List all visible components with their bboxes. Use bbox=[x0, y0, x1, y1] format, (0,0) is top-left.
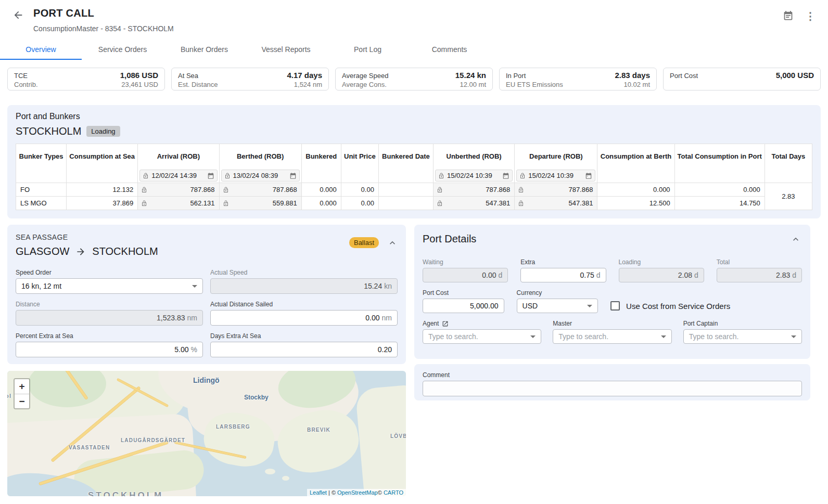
calendar-icon[interactable] bbox=[585, 172, 592, 179]
actual-distance-sailed-input[interactable]: 0.00nm bbox=[210, 310, 398, 326]
departure-rob-field[interactable]: 787.868 bbox=[515, 183, 597, 197]
map-islet bbox=[282, 476, 289, 481]
consumption-at-sea: 37.869 bbox=[67, 197, 138, 210]
lock-open-icon[interactable] bbox=[224, 173, 231, 179]
tab-bunker-orders[interactable]: Bunker Orders bbox=[163, 40, 245, 60]
lock-open-icon[interactable] bbox=[519, 173, 526, 179]
tab-vessel-reports[interactable]: Vessel Reports bbox=[245, 40, 327, 60]
unberthed-datetime: 15/02/24 10:39 bbox=[447, 172, 492, 179]
kpi-label: At Sea bbox=[178, 71, 198, 80]
extra-days-input[interactable]: 0.75d bbox=[520, 268, 606, 282]
port-details-title: Port Details bbox=[423, 233, 802, 245]
arrival-datetime-picker[interactable]: 12/02/24 14:39 bbox=[139, 170, 217, 182]
kpi-sublabel: Contrib. bbox=[14, 80, 38, 89]
lock-open-icon[interactable] bbox=[141, 187, 147, 193]
arrival-datetime: 12/02/24 14:39 bbox=[151, 172, 197, 179]
days-extra-at-sea-input[interactable]: 0.20 bbox=[210, 342, 398, 357]
lock-open-icon[interactable] bbox=[438, 173, 444, 179]
departure-rob-field[interactable]: 547.381 bbox=[515, 197, 597, 210]
unit-price[interactable]: 0.00 bbox=[341, 183, 378, 197]
kpi-subvalue: 10.02 mt bbox=[623, 80, 650, 89]
calendar-icon[interactable] bbox=[289, 172, 297, 179]
more-options-icon[interactable]: ⋮ bbox=[805, 11, 816, 21]
lock-open-icon[interactable] bbox=[223, 187, 229, 193]
port-map[interactable]: Lidingö Stockby LARSBERG BREVIK LÖVBER L… bbox=[7, 371, 406, 496]
zoom-out-button[interactable]: − bbox=[15, 394, 29, 408]
bunkered[interactable]: 0.000 bbox=[301, 197, 341, 210]
lock-open-icon[interactable] bbox=[437, 200, 443, 206]
calendar-icon[interactable] bbox=[502, 172, 509, 179]
collapse-chevron-icon[interactable] bbox=[387, 238, 398, 248]
master-search-select[interactable]: Type to search. bbox=[553, 329, 671, 344]
comment-input[interactable] bbox=[423, 381, 802, 396]
distance-input: 1,523.83nm bbox=[16, 310, 203, 326]
bunkered-date[interactable] bbox=[378, 197, 433, 210]
arrival-rob-field[interactable]: 562.131 bbox=[138, 197, 219, 210]
calendar-icon[interactable] bbox=[783, 10, 794, 21]
comment-section: Comment bbox=[414, 364, 810, 400]
total-consumption-in-port: 0.000 bbox=[674, 183, 765, 197]
dropdown-arrow-icon bbox=[791, 335, 796, 338]
lock-open-icon[interactable] bbox=[437, 187, 443, 193]
currency-select[interactable]: USD bbox=[517, 299, 598, 313]
col-header: Unberthed (ROB) bbox=[434, 144, 515, 169]
berthed-datetime-picker[interactable]: 13/02/24 08:39 bbox=[221, 170, 300, 182]
col-header: Consumption at Sea bbox=[67, 144, 138, 169]
kpi-card-at-sea: At Sea4.17 days Est. Distance1,524 nm bbox=[171, 68, 329, 91]
tab-service-orders[interactable]: Service Orders bbox=[82, 40, 163, 60]
col-header: Unit Price bbox=[341, 144, 378, 169]
lock-open-icon[interactable] bbox=[518, 187, 524, 193]
unit-price[interactable]: 0.00 bbox=[341, 197, 378, 210]
percent-extra-at-sea-input[interactable]: 5.00% bbox=[16, 342, 203, 357]
lock-open-icon[interactable] bbox=[518, 200, 524, 206]
bunker-type: FO bbox=[16, 183, 67, 197]
tab-comments[interactable]: Comments bbox=[409, 40, 490, 60]
tab-overview[interactable]: Overview bbox=[0, 40, 82, 60]
carto-link[interactable]: CARTO bbox=[384, 489, 403, 496]
col-header: Bunker Types bbox=[16, 144, 67, 169]
back-arrow-icon[interactable] bbox=[12, 9, 24, 33]
lock-open-icon[interactable] bbox=[143, 173, 149, 179]
kpi-value: 5,000 USD bbox=[776, 71, 814, 80]
agent-search-select[interactable]: Type to search. bbox=[423, 329, 541, 344]
lock-open-icon[interactable] bbox=[141, 200, 147, 206]
port-cost-input[interactable]: 5,000.00 bbox=[423, 299, 504, 313]
berthed-rob-field[interactable]: 559.881 bbox=[219, 197, 301, 210]
total-days: 2.83 bbox=[765, 183, 812, 210]
port-captain-search-select[interactable]: Type to search. bbox=[683, 329, 802, 344]
openstreetmap-link[interactable]: OpenStreetMap bbox=[337, 489, 378, 496]
field-label: Currency bbox=[517, 289, 598, 296]
arrival-rob-field[interactable]: 787.868 bbox=[138, 183, 219, 197]
field-label: Actual Distance Sailed bbox=[210, 301, 398, 308]
calendar-icon[interactable] bbox=[207, 172, 214, 179]
consumption-at-berth: 0.000 bbox=[597, 183, 674, 197]
zoom-in-button[interactable]: + bbox=[15, 379, 29, 394]
dropdown-arrow-icon bbox=[530, 335, 536, 338]
collapse-chevron-icon[interactable] bbox=[791, 234, 801, 244]
col-header: Arrival (ROB) bbox=[138, 144, 219, 169]
use-cost-checkbox[interactable] bbox=[610, 301, 620, 311]
unberthed-datetime-picker[interactable]: 15/02/24 10:39 bbox=[435, 170, 513, 182]
tab-port-log[interactable]: Port Log bbox=[327, 40, 409, 60]
attribution-separator: © bbox=[378, 489, 384, 496]
unberthed-rob-field[interactable]: 787.868 bbox=[434, 183, 515, 197]
berthed-rob-field[interactable]: 787.868 bbox=[219, 183, 301, 197]
ballast-badge: Ballast bbox=[349, 237, 379, 248]
berthed-datetime: 13/02/24 08:39 bbox=[233, 172, 278, 179]
kpi-subvalue: 1,524 nm bbox=[294, 80, 322, 89]
route-arrow-icon bbox=[75, 247, 86, 257]
leaflet-link[interactable]: Leaflet bbox=[310, 489, 327, 496]
sea-passage-section: SEA PASSAGE GLASGOW STOCKHOLM Ballast Sp… bbox=[7, 225, 406, 364]
kpi-sublabel: EU ETS Emissions bbox=[506, 80, 563, 89]
lock-open-icon[interactable] bbox=[223, 200, 229, 206]
departure-datetime-picker[interactable]: 15/02/24 10:39 bbox=[516, 170, 595, 182]
bunkered[interactable]: 0.000 bbox=[301, 183, 341, 197]
kpi-card-port-cost: Port Cost5,000 USD bbox=[663, 68, 821, 91]
bunkered-date[interactable] bbox=[378, 183, 433, 197]
field-label: Days Extra At Sea bbox=[210, 332, 398, 340]
field-label: Port Captain bbox=[683, 320, 802, 327]
speed-order-select[interactable]: 16 kn, 12 mt bbox=[16, 278, 203, 294]
unberthed-rob-field[interactable]: 547.381 bbox=[434, 197, 515, 210]
col-header: Bunkered bbox=[301, 144, 341, 169]
external-link-icon[interactable] bbox=[442, 320, 449, 327]
